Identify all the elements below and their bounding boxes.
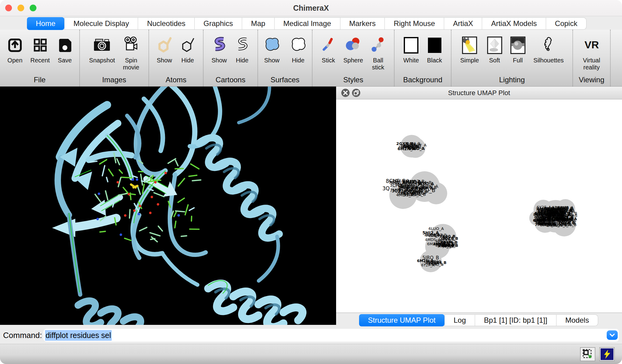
- tab-copick[interactable]: Copick: [546, 17, 586, 30]
- file-save-button[interactable]: Save: [58, 35, 72, 64]
- command-history-dropdown[interactable]: [607, 330, 618, 340]
- toolbar-button-label: Soft: [489, 57, 500, 64]
- vr-icon: VR: [582, 35, 601, 55]
- lighting-full-button[interactable]: Full: [510, 35, 526, 64]
- tab-medical-image[interactable]: Medical Image: [275, 17, 340, 30]
- bottom-tab-models[interactable]: Models: [556, 314, 598, 326]
- silhouettes-icon: [541, 35, 556, 55]
- viewing-virtual-reality-button[interactable]: VRVirtual reality: [582, 35, 601, 71]
- file-recent-button[interactable]: Recent: [30, 35, 50, 64]
- atoms-hide-button[interactable]: Hide: [180, 35, 195, 64]
- tab-right-mouse[interactable]: Right Mouse: [385, 17, 444, 30]
- toolbar-group-label: File: [34, 76, 46, 86]
- cartoons-hide-button[interactable]: Hide: [235, 35, 249, 64]
- toolbar-group-file: OpenRecentSaveFile: [0, 30, 80, 86]
- tab-graphics[interactable]: Graphics: [195, 17, 242, 30]
- cartoons-show-button[interactable]: Show: [212, 35, 227, 64]
- command-input[interactable]: diffplot residues sel: [43, 329, 619, 342]
- toolbar-group-label: Viewing: [579, 76, 605, 86]
- recent-icon: [33, 35, 47, 55]
- umap-point-label: 6M2N_A: [398, 146, 415, 151]
- snapshot-icon: [93, 35, 111, 55]
- toolbar-group-label: Styles: [343, 76, 363, 86]
- umap-point-label: 2GX4_B: [442, 243, 458, 247]
- toolbar-button-label: Ball stick: [372, 57, 384, 71]
- toolbar-button-label: Save: [58, 57, 72, 64]
- file-open-button[interactable]: Open: [7, 35, 22, 64]
- graphics-viewport[interactable]: [0, 87, 336, 327]
- bottom-tab-log[interactable]: Log: [444, 314, 475, 326]
- atoms-hide-icon: [180, 35, 195, 55]
- command-label: Command:: [3, 327, 42, 344]
- styles-stick-button[interactable]: Stick: [321, 35, 335, 64]
- ribbon-toolbar: OpenRecentSaveFileSnapshotSpin movieImag…: [0, 30, 622, 87]
- surfaces-show-button[interactable]: Show: [263, 35, 281, 64]
- tab-artiax-models[interactable]: ArtiaX Models: [482, 17, 546, 30]
- surfaces-hide-button[interactable]: Hide: [289, 35, 307, 64]
- toolbar-group-label: Cartoons: [215, 76, 245, 86]
- title-bar: ChimeraX: [0, 0, 622, 16]
- toolbar-group-label: Images: [102, 76, 126, 86]
- background-white-button[interactable]: White: [403, 35, 419, 64]
- background-black-button[interactable]: Black: [427, 35, 442, 64]
- bottom-tab-structure-umap-plot[interactable]: Structure UMAP Plot: [359, 314, 444, 326]
- toolbar-button-label: Stick: [322, 57, 335, 64]
- tab-nucleotides[interactable]: Nucleotides: [138, 17, 194, 30]
- umap-point-label-featured: 3Q: [382, 185, 390, 191]
- umap-panel: Structure UMAP Plot 7K40_B7AXM_B5HI2_B5I…: [336, 87, 622, 327]
- umap-point-label-featured: 2CPD_B: [415, 187, 435, 193]
- umap-plot[interactable]: 7K40_B7AXM_B5HI2_B5IRO_A5R84_A4MDS_A5IRO…: [336, 99, 622, 313]
- umap-point-label: 6Y2F_A: [399, 185, 414, 190]
- toolbar-button-label: Show: [264, 57, 279, 64]
- toolbar-button-label: Snapshot: [89, 57, 115, 64]
- lighting-silhouettes-button[interactable]: Silhouettes: [534, 35, 564, 64]
- window-title: ChimeraX: [0, 0, 622, 16]
- toolbar-button-label: Spin movie: [123, 57, 139, 71]
- styles-sphere-button[interactable]: Sphere: [343, 35, 363, 64]
- open-icon: [8, 35, 22, 55]
- select-mode-button[interactable]: [580, 347, 595, 361]
- lightning-icon: [602, 349, 612, 359]
- save-icon: [58, 35, 72, 55]
- tab-map[interactable]: Map: [242, 17, 275, 30]
- toolbar-group-images: SnapshotSpin movieImages: [80, 30, 149, 86]
- tab-markers[interactable]: Markers: [340, 17, 385, 30]
- chimerax-window: ChimeraX HomeMolecule DisplayNucleotides…: [0, 0, 622, 364]
- lighting-simple-button[interactable]: Simple: [460, 35, 479, 64]
- toolbar-group-viewing: VRVirtual realityViewing: [573, 30, 611, 86]
- toolbar-group-label: Atoms: [166, 76, 186, 86]
- toolbar-button-label: Virtual reality: [583, 57, 600, 71]
- umap-panel-header: Structure UMAP Plot: [336, 87, 622, 99]
- ribbon-tab-bar: HomeMolecule DisplayNucleotidesGraphicsM…: [0, 16, 622, 30]
- cartoons-show-icon: [212, 35, 227, 55]
- toolbar-button-label: White: [403, 57, 419, 64]
- stick-icon: [321, 35, 335, 55]
- full-lighting-icon: [510, 35, 526, 55]
- toolbar-button-label: Hide: [292, 57, 304, 64]
- styles-ball-stick-button[interactable]: Ball stick: [371, 35, 385, 71]
- lighting-soft-button[interactable]: Soft: [487, 35, 502, 64]
- toolbar-button-label: Silhouettes: [534, 57, 564, 64]
- umap-point-label-featured: 5HI2_A: [422, 230, 439, 235]
- cartoons-hide-icon: [235, 35, 249, 55]
- umap-point-label: 6XHU_B: [533, 218, 550, 222]
- images-spin-movie-button[interactable]: Spin movie: [123, 35, 139, 71]
- umap-point-label-featured: 8CHF_B: [386, 178, 406, 184]
- toolbar-group-atoms: ShowHideAtoms: [149, 30, 204, 86]
- bottom-tab-bp1-1-id-bp1-1-[interactable]: Bp1 [1] [ID: bp1 [1]]: [475, 314, 556, 326]
- umap-point-label: 2GX4_B: [396, 141, 413, 146]
- toolbar-group-lighting: SimpleSoftFullSilhouettesLighting: [452, 30, 573, 86]
- tab-molecule-display[interactable]: Molecule Display: [64, 17, 138, 30]
- sphere-icon: [345, 35, 361, 55]
- toolbar-button-label: Recent: [30, 57, 50, 64]
- fast-mode-button[interactable]: [599, 347, 615, 361]
- command-text-selected: diffplot residues sel: [45, 330, 112, 341]
- toolbar-group-cartoons: ShowHideCartoons: [204, 30, 258, 86]
- black-square-icon: [427, 35, 442, 55]
- atoms-show-button[interactable]: Show: [157, 35, 172, 64]
- tab-artiax[interactable]: ArtiaX: [444, 17, 482, 30]
- toolbar-button-label: Full: [513, 57, 523, 64]
- images-snapshot-button[interactable]: Snapshot: [89, 35, 115, 64]
- toolbar-group-styles: StickSphereBall stickStyles: [313, 30, 395, 86]
- tab-home[interactable]: Home: [27, 17, 64, 30]
